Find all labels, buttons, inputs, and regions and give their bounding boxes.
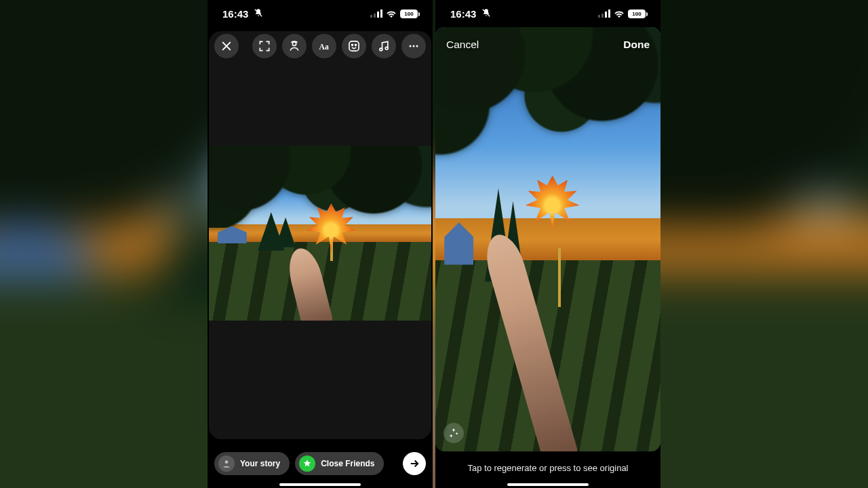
svg-rect-7	[349, 41, 359, 51]
your-story-button[interactable]: Your story	[214, 452, 290, 475]
status-time: 16:43	[222, 8, 248, 20]
ai-expanded-photo[interactable]	[435, 27, 660, 451]
svg-rect-4	[380, 9, 382, 18]
battery-indicator: 100	[628, 9, 646, 18]
home-indicator[interactable]	[279, 483, 361, 486]
regenerate-hint: Tap to regenerate or press to see origin…	[435, 463, 660, 473]
close-friends-button[interactable]: Close Friends	[295, 452, 384, 475]
svg-rect-19	[605, 12, 607, 18]
svg-rect-18	[601, 14, 604, 18]
svg-point-12	[410, 45, 412, 47]
svg-text:Aa: Aa	[319, 43, 329, 52]
your-story-label: Your story	[240, 459, 280, 468]
svg-point-14	[416, 45, 418, 47]
preview-topbar: Cancel Done	[435, 33, 660, 57]
tag-people-button[interactable]	[282, 34, 307, 58]
cellular-icon	[370, 9, 382, 18]
avatar	[218, 455, 235, 472]
send-button[interactable]	[403, 452, 426, 475]
cellular-icon	[598, 9, 610, 18]
svg-rect-1	[370, 15, 372, 18]
wifi-icon	[386, 9, 397, 18]
close-friends-label: Close Friends	[321, 459, 374, 468]
wifi-icon	[614, 9, 625, 18]
status-time: 16:43	[450, 8, 476, 20]
music-button[interactable]	[372, 34, 396, 58]
svg-rect-2	[374, 14, 376, 18]
star-icon	[299, 455, 315, 472]
ai-regenerate-badge[interactable]	[443, 423, 464, 443]
svg-point-8	[352, 44, 353, 45]
svg-rect-20	[608, 9, 610, 18]
text-button[interactable]: Aa	[312, 34, 336, 58]
status-bar: 16:43 100	[435, 0, 660, 27]
sticker-button[interactable]	[342, 34, 366, 58]
svg-point-11	[385, 47, 388, 49]
silent-icon	[254, 8, 263, 20]
battery-indicator: 100	[400, 9, 418, 18]
phone-story-editor: 16:43 100	[208, 0, 433, 488]
close-button[interactable]	[214, 34, 239, 58]
phone-ai-preview: 16:43 100 Cancel Done	[435, 0, 660, 488]
svg-point-13	[413, 45, 415, 47]
svg-rect-3	[377, 12, 379, 18]
silent-icon	[481, 8, 491, 20]
svg-rect-17	[598, 15, 600, 18]
expand-button[interactable]	[252, 34, 277, 58]
story-canvas[interactable]	[209, 31, 431, 439]
editor-toolbar: Aa	[208, 31, 433, 61]
svg-point-15	[225, 460, 229, 464]
cancel-button[interactable]: Cancel	[446, 39, 479, 51]
more-button[interactable]	[401, 34, 426, 58]
status-bar: 16:43 100	[208, 0, 433, 27]
home-indicator[interactable]	[507, 483, 589, 486]
share-bar: Your story Close Friends	[208, 446, 433, 481]
svg-point-5	[292, 42, 296, 45]
done-button[interactable]: Done	[623, 39, 650, 51]
svg-point-10	[380, 48, 382, 51]
svg-point-9	[355, 44, 357, 45]
story-photo[interactable]	[209, 146, 431, 321]
phone-pair: 16:43 100	[208, 0, 660, 488]
